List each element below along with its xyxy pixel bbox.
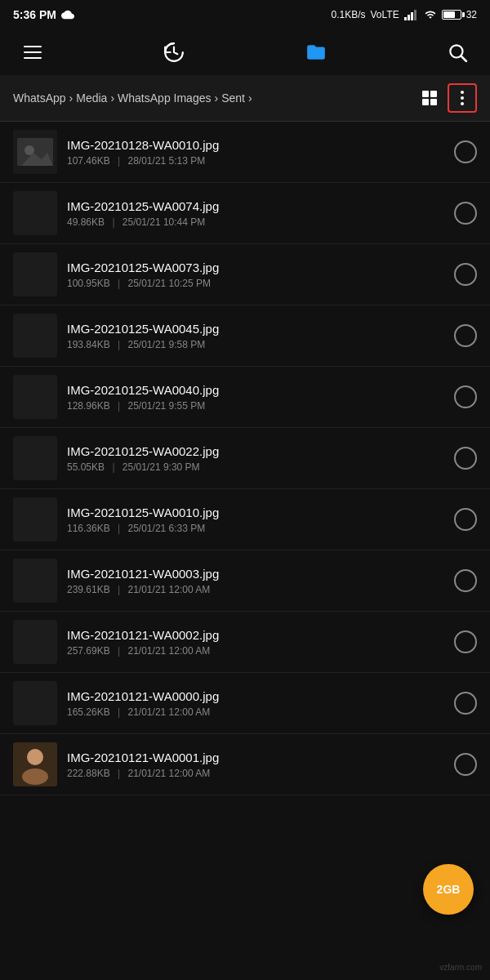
file-size: 100.95KB: [67, 278, 110, 289]
file-select-checkbox[interactable]: [454, 447, 477, 470]
file-meta: 100.95KB | 25/01/21 10:25 PM: [67, 278, 444, 289]
file-select-checkbox[interactable]: [454, 202, 477, 225]
file-size: 55.05KB: [67, 461, 105, 473]
meta-separator: |: [115, 400, 123, 412]
file-item[interactable]: IMG-20210125-WA0073.jpg100.95KB | 25/01/…: [0, 244, 490, 305]
file-item[interactable]: IMG-20210125-WA0010.jpg116.36KB | 25/01/…: [0, 489, 490, 550]
meta-separator: |: [115, 584, 123, 595]
svg-rect-0: [404, 17, 407, 20]
file-size: 128.96KB: [67, 400, 110, 412]
breadcrumb-images[interactable]: WhatsApp Images: [118, 91, 211, 105]
file-select-checkbox[interactable]: [454, 385, 477, 408]
breadcrumb-sent[interactable]: Sent: [221, 91, 245, 105]
file-size: 222.88KB: [67, 768, 110, 779]
breadcrumb-actions: [415, 83, 477, 113]
file-name: IMG-20210125-WA0074.jpg: [67, 199, 444, 213]
file-thumbnail: [13, 559, 57, 603]
wifi-icon: [424, 9, 437, 20]
file-item[interactable]: IMG-20210125-WA0022.jpg55.05KB | 25/01/2…: [0, 428, 490, 489]
file-item[interactable]: IMG-20210121-WA0000.jpg165.26KB | 21/01/…: [0, 673, 490, 734]
file-name: IMG-20210128-WA0010.jpg: [67, 138, 444, 152]
search-icon: [447, 42, 468, 63]
svg-rect-2: [411, 12, 413, 20]
file-date: 25/01/21 10:25 PM: [128, 278, 211, 289]
meta-separator: |: [115, 155, 123, 167]
file-item[interactable]: IMG-20210125-WA0040.jpg128.96KB | 25/01/…: [0, 367, 490, 428]
breadcrumb-whatsapp[interactable]: WhatsApp: [13, 91, 66, 105]
file-date: 28/01/21 5:13 PM: [128, 155, 206, 167]
storage-fab-button[interactable]: 2GB: [423, 864, 474, 915]
svg-rect-10: [13, 191, 57, 235]
meta-separator: |: [115, 339, 123, 350]
file-thumbnail: [13, 681, 57, 725]
file-size: 239.61KB: [67, 584, 110, 595]
svg-rect-13: [13, 375, 57, 419]
breadcrumb-media[interactable]: Media: [76, 91, 107, 105]
breadcrumb-sep-1: ›: [69, 91, 74, 105]
svg-rect-16: [13, 559, 57, 603]
file-info: IMG-20210121-WA0002.jpg257.69KB | 21/01/…: [57, 628, 454, 657]
file-name: IMG-20210121-WA0003.jpg: [67, 567, 444, 581]
file-item[interactable]: IMG-20210121-WA0002.jpg257.69KB | 21/01/…: [0, 612, 490, 673]
hamburger-menu-button[interactable]: [16, 36, 49, 69]
breadcrumb-sep-2: ›: [110, 91, 114, 105]
search-button[interactable]: [441, 36, 474, 69]
svg-rect-15: [13, 497, 57, 541]
network-speed: 0.1KB/s: [331, 9, 365, 20]
folder-button[interactable]: [300, 36, 332, 69]
meta-separator: |: [115, 278, 123, 289]
hamburger-icon: [24, 46, 42, 59]
file-info: IMG-20210125-WA0073.jpg100.95KB | 25/01/…: [57, 261, 454, 289]
svg-rect-1: [408, 15, 410, 20]
file-select-checkbox[interactable]: [454, 140, 477, 163]
battery-icon: [442, 10, 461, 20]
file-size: 257.69KB: [67, 645, 110, 657]
file-thumbnail: [13, 436, 57, 480]
file-item[interactable]: IMG-20210121-WA0003.jpg239.61KB | 21/01/…: [0, 550, 490, 612]
network-type: VoLTE: [371, 9, 399, 20]
breadcrumb-sep-4: ›: [248, 91, 252, 105]
file-info: IMG-20210125-WA0074.jpg49.86KB | 25/01/2…: [57, 199, 454, 228]
file-meta: 239.61KB | 21/01/21 12:00 AM: [67, 584, 444, 595]
file-meta: 193.84KB | 25/01/21 9:58 PM: [67, 339, 444, 350]
history-button[interactable]: [158, 36, 190, 69]
file-size: 116.36KB: [67, 523, 110, 534]
file-meta: 165.26KB | 21/01/21 12:00 AM: [67, 706, 444, 718]
breadcrumb-sep-3: ›: [214, 91, 218, 105]
file-date: 25/01/21 9:55 PM: [128, 400, 206, 412]
file-date: 25/01/21 10:44 PM: [122, 216, 205, 228]
svg-point-20: [27, 749, 43, 765]
grid-view-button[interactable]: [415, 83, 444, 113]
file-thumbnail: [13, 130, 57, 174]
svg-point-21: [22, 768, 48, 785]
file-thumbnail: [13, 620, 57, 664]
file-select-checkbox[interactable]: [454, 692, 477, 715]
file-select-checkbox[interactable]: [454, 569, 477, 592]
more-options-button[interactable]: [448, 83, 477, 113]
file-thumbnail: [13, 497, 57, 541]
file-select-checkbox[interactable]: [454, 324, 477, 347]
file-item[interactable]: IMG-20210125-WA0045.jpg193.84KB | 25/01/…: [0, 305, 490, 367]
svg-rect-17: [13, 620, 57, 664]
file-select-checkbox[interactable]: [454, 630, 477, 653]
svg-rect-14: [13, 436, 57, 480]
file-select-checkbox[interactable]: [454, 753, 477, 776]
file-name: IMG-20210125-WA0010.jpg: [67, 506, 444, 519]
svg-rect-18: [13, 681, 57, 725]
file-select-checkbox[interactable]: [454, 263, 477, 286]
file-info: IMG-20210128-WA0010.jpg107.46KB | 28/01/…: [57, 138, 454, 167]
file-date: 21/01/21 12:00 AM: [128, 706, 211, 718]
file-item[interactable]: IMG-20210125-WA0074.jpg49.86KB | 25/01/2…: [0, 183, 490, 244]
empty-thumbnail-icon: [13, 620, 57, 664]
file-date: 21/01/21 12:00 AM: [128, 584, 211, 595]
empty-thumbnail-icon: [13, 497, 57, 541]
breadcrumb: WhatsApp › Media › WhatsApp Images › Sen…: [13, 91, 408, 105]
file-item[interactable]: IMG-20210128-WA0010.jpg107.46KB | 28/01/…: [0, 122, 490, 183]
status-left: 5:36 PM: [13, 8, 74, 21]
file-select-checkbox[interactable]: [454, 508, 477, 531]
svg-line-5: [461, 56, 466, 61]
svg-rect-12: [13, 314, 57, 358]
more-dots-icon: [461, 91, 464, 105]
file-item[interactable]: IMG-20210121-WA0001.jpg222.88KB | 21/01/…: [0, 734, 490, 795]
history-icon: [163, 42, 185, 63]
